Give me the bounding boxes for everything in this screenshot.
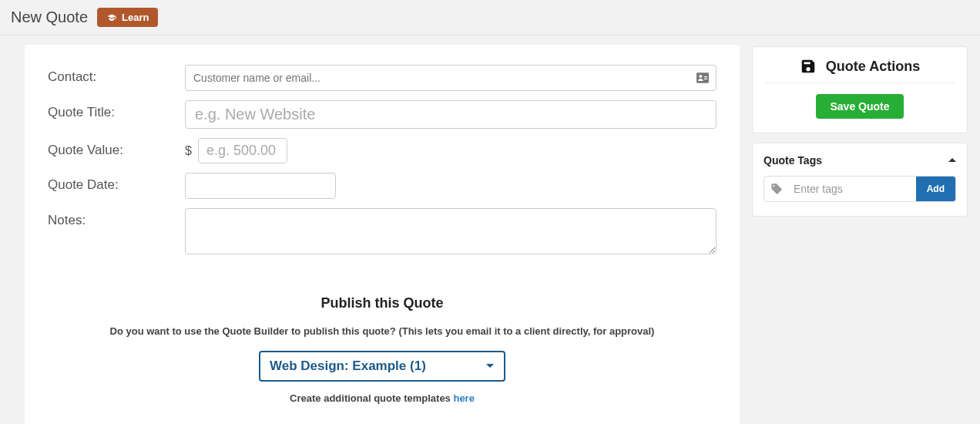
quote-actions-header: Quote Actions: [764, 58, 956, 83]
publish-heading: Publish this Quote: [48, 295, 717, 311]
save-quote-button[interactable]: Save Quote: [816, 94, 903, 119]
address-card-icon: [696, 72, 709, 83]
create-prefix: Create additional quote templates: [290, 392, 453, 404]
quote-title-input[interactable]: [185, 100, 717, 129]
quote-tags-header[interactable]: Quote Tags: [764, 154, 956, 167]
create-templates-line: Create additional quote templates here: [48, 392, 717, 404]
quote-actions-title: Quote Actions: [826, 59, 920, 75]
quote-tags-title: Quote Tags: [764, 154, 822, 167]
create-templates-link[interactable]: here: [453, 392, 474, 404]
row-notes: Notes:: [48, 208, 717, 257]
template-select[interactable]: Web Design: Example (1): [259, 351, 505, 382]
topbar: New Quote Learn: [0, 0, 980, 35]
row-title: Quote Title:: [48, 100, 717, 129]
save-icon: [800, 58, 817, 75]
caret-up-icon: [948, 156, 956, 164]
quote-value-input[interactable]: [198, 138, 287, 163]
publish-section: Publish this Quote Do you want to use th…: [48, 295, 717, 404]
template-selected-label: Web Design: Example (1): [270, 358, 426, 374]
quote-actions-card: Quote Actions Save Quote: [752, 46, 968, 133]
notes-textarea[interactable]: [185, 208, 717, 254]
quote-tags-card: Quote Tags Add: [752, 143, 968, 217]
graduation-cap-icon: [106, 13, 117, 22]
label-value: Quote Value:: [48, 138, 185, 158]
quote-date-input[interactable]: [185, 173, 336, 199]
sidebar: Quote Actions Save Quote Quote Tags Add: [752, 46, 968, 217]
label-contact: Contact:: [48, 65, 185, 85]
learn-label: Learn: [122, 12, 149, 23]
currency-symbol: $: [185, 144, 192, 158]
contact-input[interactable]: [185, 65, 717, 91]
row-date: Quote Date:: [48, 173, 717, 199]
tags-input-row: Add: [764, 176, 956, 202]
label-date: Quote Date:: [48, 173, 185, 193]
tags-input[interactable]: [789, 177, 916, 201]
label-notes: Notes:: [48, 208, 185, 228]
tags-icon: [764, 177, 789, 201]
main-form-card: Contact: Quote Title: Quote Value: $ Quo…: [25, 45, 740, 424]
chevron-down-icon: [485, 362, 495, 371]
row-value: Quote Value: $: [48, 138, 717, 163]
page-title: New Quote: [11, 8, 88, 26]
label-title: Quote Title:: [48, 100, 185, 120]
row-contact: Contact:: [48, 65, 717, 91]
add-tag-button[interactable]: Add: [916, 177, 955, 201]
learn-button[interactable]: Learn: [97, 8, 158, 27]
layout: Contact: Quote Title: Quote Value: $ Quo…: [0, 35, 980, 424]
publish-description: Do you want to use the Quote Builder to …: [48, 325, 717, 337]
